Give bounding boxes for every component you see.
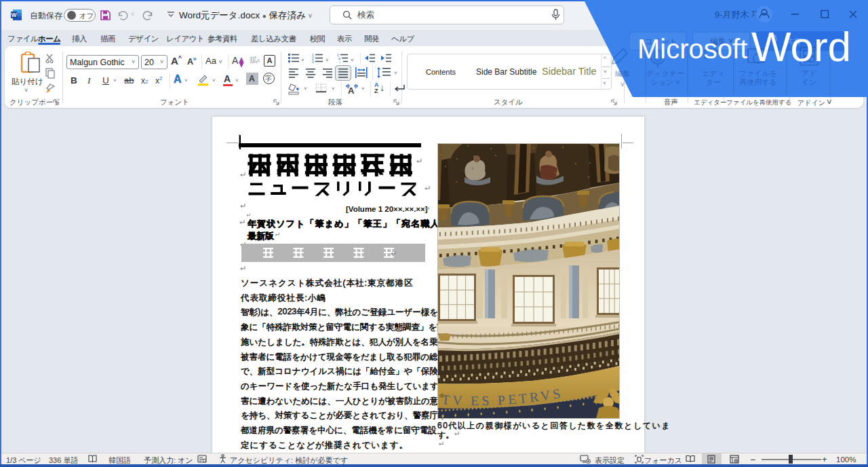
svg-text:エディ: エディ (702, 69, 725, 77)
svg-text:イン: イン (802, 78, 817, 86)
svg-text:アド: アド (802, 69, 817, 77)
svg-text:Microsoft: Microsoft (637, 34, 747, 64)
svg-text:ディクテー: ディクテー (646, 69, 684, 77)
svg-text:˅: ˅ (620, 80, 625, 88)
svg-text:ション ˅: ション ˅ (650, 78, 679, 86)
svg-text:9-月野木 巧: 9-月野木 巧 (715, 10, 760, 20)
svg-text:ファイルを: ファイルを (739, 69, 777, 77)
svg-text:Word: Word (751, 23, 851, 70)
svg-text:編集: 編集 (614, 69, 630, 77)
svg-text:ター: ター (706, 78, 721, 86)
svg-text:再使用する: 再使用する (739, 78, 777, 86)
